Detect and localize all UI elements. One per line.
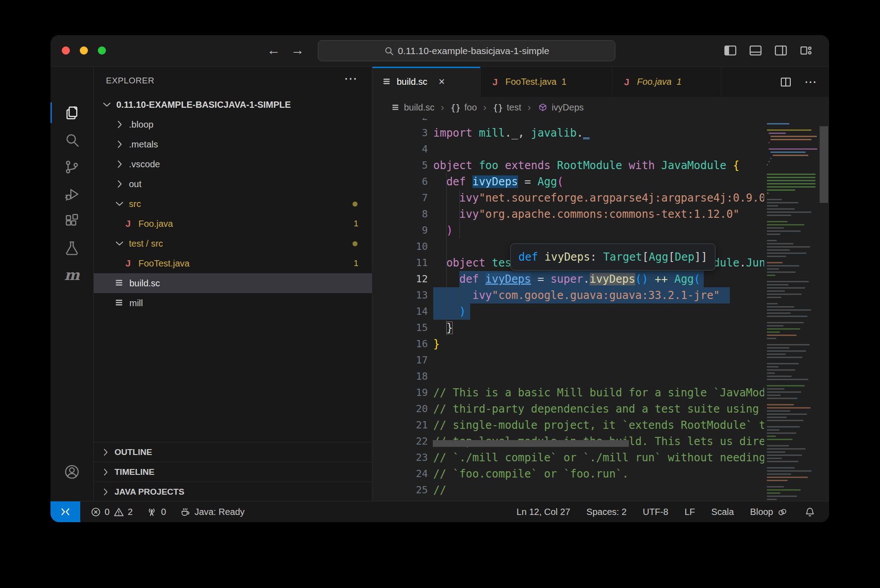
minimap-line	[767, 429, 779, 431]
root-folder-label: 0.11.10-EXAMPLE-BASICJAVA-1-SIMPLE	[116, 100, 291, 110]
section-outline[interactable]: OUTLINE	[94, 442, 372, 462]
toggle-panel-button[interactable]	[748, 43, 763, 58]
breadcrumb-item-foo[interactable]: foo	[464, 102, 477, 113]
remote-indicator[interactable]	[50, 501, 80, 522]
activity-item-explorer[interactable]	[50, 99, 93, 126]
code-line-3[interactable]: 3import mill._, javalib._	[372, 125, 764, 141]
tree-item-build.sc[interactable]: build.sc	[94, 273, 372, 293]
navigate-forward-button[interactable]: →	[289, 42, 306, 58]
minimap-line	[767, 312, 791, 314]
editor-more-actions-button[interactable]: ⋯	[804, 74, 817, 89]
tab-build.sc[interactable]: build.sc×	[372, 67, 481, 97]
tree-item-.bloop[interactable]: .bloop	[94, 115, 372, 134]
close-window-button[interactable]	[62, 46, 70, 55]
close-tab-icon[interactable]: ×	[439, 75, 445, 88]
minimap-line	[767, 205, 778, 207]
eol-status[interactable]: LF	[684, 507, 695, 517]
code-line-19[interactable]: 19// This is a basic Mill build for a si…	[372, 385, 764, 401]
customize-layout-button[interactable]	[798, 43, 814, 58]
toggle-primary-sidebar-button[interactable]	[723, 43, 738, 58]
java-status[interactable]: Java: Ready	[179, 506, 244, 518]
explorer-more-actions-button[interactable]: ⋯	[344, 70, 358, 86]
horizontal-scrollbar[interactable]	[433, 440, 629, 447]
language-mode[interactable]: Scala	[711, 507, 734, 517]
encoding-status[interactable]: UTF-8	[643, 507, 669, 517]
activity-item-search[interactable]	[50, 126, 93, 153]
minimap-line	[767, 426, 800, 427]
vertical-scrollbar[interactable]	[820, 126, 828, 203]
command-center-search[interactable]: 0.11.10-example-basicjava-1-simple	[318, 40, 615, 61]
code-line-18[interactable]: 18	[372, 368, 764, 385]
tree-item-out[interactable]: out	[94, 174, 372, 194]
minimap-line	[767, 234, 780, 235]
indentation-status[interactable]: Spaces: 2	[587, 507, 627, 517]
breadcrumb-item-build.sc[interactable]: build.sc	[404, 102, 435, 113]
bell-icon	[804, 506, 816, 518]
code-line-23[interactable]: 23// `./mill compile` or `./mill run` wi…	[372, 450, 764, 466]
activity-item-mill[interactable]: m	[50, 262, 93, 289]
braces-icon: {}	[493, 103, 503, 113]
tree-item-.metals[interactable]: .metals	[94, 134, 372, 154]
code-line-24[interactable]: 24// `foo.compile` or `foo.run`.	[372, 466, 764, 482]
activity-item-run-and-debug[interactable]	[50, 180, 93, 207]
problems-status[interactable]: 0 2	[90, 506, 133, 518]
minimap[interactable]	[764, 118, 819, 502]
activity-item-extensions[interactable]	[50, 207, 93, 234]
code-line-5[interactable]: 5object foo extends RootModule with Java…	[372, 157, 764, 174]
code-line-17[interactable]: 17	[372, 352, 764, 368]
run-and-debug-icon	[64, 186, 80, 202]
activity-item-accounts[interactable]	[50, 458, 93, 485]
tree-item-mill[interactable]: mill	[94, 293, 372, 313]
navigate-back-button[interactable]: ←	[266, 42, 282, 58]
tab-foo.java[interactable]: JFoo.java1	[612, 67, 721, 97]
code-line-2[interactable]: 2	[372, 118, 764, 125]
tree-item-src[interactable]: src	[94, 194, 372, 214]
code-line-8[interactable]: 8 ivy"org.apache.commons:commons-text:1.…	[372, 206, 764, 222]
cursor-position[interactable]: Ln 12, Col 27	[517, 507, 570, 517]
notifications-bell[interactable]	[804, 506, 816, 518]
code-line-16[interactable]: 16}	[372, 336, 764, 352]
breadcrumb-item-ivydeps[interactable]: ivyDeps	[552, 102, 584, 113]
ports-status[interactable]: 0	[146, 506, 166, 518]
code-line-13[interactable]: 13 ivy"com.google.guava:guava:33.2.1-jre…	[372, 287, 764, 303]
minimize-window-button[interactable]	[80, 46, 88, 55]
chevron-right-icon	[114, 119, 125, 130]
tree-item-foo.java[interactable]: JFoo.java1	[94, 214, 372, 234]
tree-root-folder[interactable]: 0.11.10-EXAMPLE-BASICJAVA-1-SIMPLE	[94, 95, 372, 115]
sidebar-sections: OUTLINETIMELINEJAVA PROJECTS	[94, 442, 372, 501]
code-line-20[interactable]: 20// third-party dependencies and a test…	[372, 401, 764, 417]
build-server-status[interactable]: Bloop	[750, 506, 788, 518]
code-line-6[interactable]: 6 def ivyDeps = Agg(	[372, 174, 764, 190]
tree-item-label: .bloop	[129, 119, 154, 130]
code-line-14[interactable]: 14 )	[372, 303, 764, 320]
split-editor-button[interactable]	[779, 75, 793, 89]
activity-item-testing[interactable]	[50, 234, 93, 262]
tree-item-.vscode[interactable]: .vscode	[94, 154, 372, 174]
sidebar-title: EXPLORER	[106, 76, 154, 86]
line-number: 10	[372, 239, 428, 255]
code-line-9[interactable]: 9 )	[372, 222, 764, 239]
code-line-15[interactable]: 15 }	[372, 320, 764, 336]
java-file-icon: J	[123, 258, 133, 269]
activity-item-source-control[interactable]	[50, 153, 93, 180]
testing-icon	[64, 240, 80, 257]
code-line-12[interactable]: 12 def ivyDeps = super.ivyDeps() ++ Agg(	[372, 271, 764, 287]
code-line-25[interactable]: 25//	[372, 482, 764, 498]
tree-item-footest.java[interactable]: JFooTest.java1	[94, 253, 372, 273]
breadcrumb[interactable]: build.sc›{}foo›{}test›ivyDeps	[372, 97, 829, 118]
code-line-21[interactable]: 21// single-module project, it `extends …	[372, 417, 764, 433]
code-line-4[interactable]: 4	[372, 141, 764, 157]
tab-footest.java[interactable]: JFooTest.java1	[481, 67, 612, 97]
code-line-7[interactable]: 7 ivy"net.sourceforge.argparse4j:argpars…	[372, 190, 764, 206]
breadcrumb-item-test[interactable]: test	[507, 102, 521, 113]
minimap-line	[767, 350, 806, 352]
status-bar: 0 2 0 Java: Ready Ln 12, Col 27 Spaces: …	[50, 501, 829, 522]
explorer-icon	[64, 105, 80, 121]
section-timeline[interactable]: TIMELINE	[94, 462, 372, 482]
code-text: //	[433, 482, 446, 498]
tree-item-test-src[interactable]: test / src	[94, 234, 372, 253]
zoom-window-button[interactable]	[98, 46, 106, 55]
section-java-projects[interactable]: JAVA PROJECTS	[94, 482, 372, 501]
toggle-secondary-sidebar-button[interactable]	[773, 43, 788, 58]
minimap-line	[767, 357, 802, 358]
